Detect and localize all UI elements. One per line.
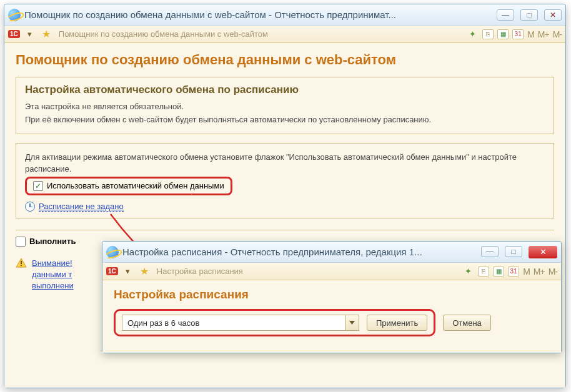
minimize-button[interactable]: — [497,9,514,21]
use-auto-exchange-checkbox[interactable]: ✓ [33,181,43,191]
schedule-heading: Настройка расписания [114,288,550,301]
frequency-combo[interactable]: Один раз в 6 часов [122,315,359,331]
main-toolbar: 1C ▾ ★ Помощник по созданию обмена данны… [4,26,565,43]
schedule-content: Настройка расписания Один раз в 6 часов … [102,280,561,353]
activation-text: Для активации режима автоматического обм… [25,152,545,174]
section-title: Настройка автоматического обмена по расп… [25,84,545,96]
toolbar-breadcrumb: Помощник по созданию обмена данными с we… [59,29,462,39]
toolbar-breadcrumb: Настройка расписания [157,267,458,276]
page-title: Помощник по созданию обмена данными с we… [16,52,554,68]
apply-button[interactable]: Применить [367,315,427,331]
calendar-icon[interactable]: 31 [512,29,524,39]
window-controls: — □ ✕ [497,9,562,21]
main-titlebar[interactable]: Помощник по созданию обмена данными с we… [4,4,565,26]
favorite-star-icon[interactable]: ★ [40,29,52,40]
warn-line-2[interactable]: данными т [32,269,74,280]
close-button[interactable]: ✕ [544,9,562,21]
execute-label: Выполнить [29,237,76,246]
intro-panel: Настройка автоматического обмена по расп… [16,77,554,134]
svg-rect-2 [21,265,22,266]
memory-m-minus[interactable]: M- [553,29,562,39]
schedule-link-row: Расписание не задано [25,202,545,212]
memory-m-plus[interactable]: M+ [538,29,549,39]
app-1c-icon: 1C [106,267,118,275]
maximize-button[interactable]: □ [520,9,538,21]
calendar-icon[interactable]: 31 [508,267,519,277]
separator [16,230,554,230]
svg-rect-1 [21,261,22,264]
highlight-schedule-controls: Один раз в 6 часов Применить [114,309,435,336]
app-1c-icon: 1C [8,30,20,38]
memory-m-plus[interactable]: M+ [534,267,545,277]
schedule-titlebar[interactable]: Настройка расписания - Отчетность предпр… [102,242,561,263]
toolbar-dropdown-icon[interactable]: ▾ [24,29,36,40]
memory-m[interactable]: M [523,267,530,277]
memory-m[interactable]: M [527,29,534,39]
ie-icon [8,9,21,21]
schedule-window: Настройка расписания - Отчетность предпр… [102,241,562,353]
add-favorite-icon[interactable]: ✦ [462,266,474,277]
warn-line-1[interactable]: Внимание! [32,258,74,269]
warning-icon [16,258,27,268]
add-favorite-icon[interactable]: ✦ [466,29,479,40]
favorite-star-icon[interactable]: ★ [138,266,151,277]
memory-m-minus[interactable]: M- [549,267,557,277]
clock-icon [25,202,35,212]
schedule-window-title: Настройка расписания - Отчетность предпр… [122,247,476,257]
main-title: Помощник по созданию обмена данными с we… [24,9,492,20]
intro-line-1: Эта настройка не является обязательной. [25,101,545,112]
minimize-button[interactable]: — [481,246,499,257]
combo-dropdown-button[interactable] [345,315,359,330]
schedule-form-row: Один раз в 6 часов Применить Отмена [114,309,550,336]
intro-line-2: При её включении обмен с web-сайтом буде… [25,114,545,125]
highlight-use-auto-exchange: ✓ Использовать автоматический обмен данн… [25,177,232,195]
schedule-window-controls: — □ ✕ [481,246,557,258]
use-auto-exchange-label: Использовать автоматический обмен данным… [47,181,224,190]
schedule-toolbar: 1C ▾ ★ Настройка расписания ✦ ⎘ ▦ 31 M M… [102,263,561,280]
attach-icon[interactable]: ⎘ [478,267,489,277]
close-button[interactable]: ✕ [529,246,557,258]
calculator-icon[interactable]: ▦ [493,267,504,277]
attach-icon[interactable]: ⎘ [482,29,494,39]
frequency-value: Один раз в 6 часов [122,318,345,328]
maximize-button[interactable]: □ [505,246,522,257]
toolbar-dropdown-icon[interactable]: ▾ [122,266,134,277]
activation-panel: Для активации режима автоматического обм… [16,143,554,218]
warn-line-3[interactable]: выполнени [32,280,74,292]
schedule-link[interactable]: Расписание не задано [39,202,124,212]
ie-icon [106,246,119,258]
cancel-button[interactable]: Отмена [443,315,491,331]
calculator-icon[interactable]: ▦ [497,29,509,39]
execute-checkbox[interactable]: ✓ [16,237,26,247]
